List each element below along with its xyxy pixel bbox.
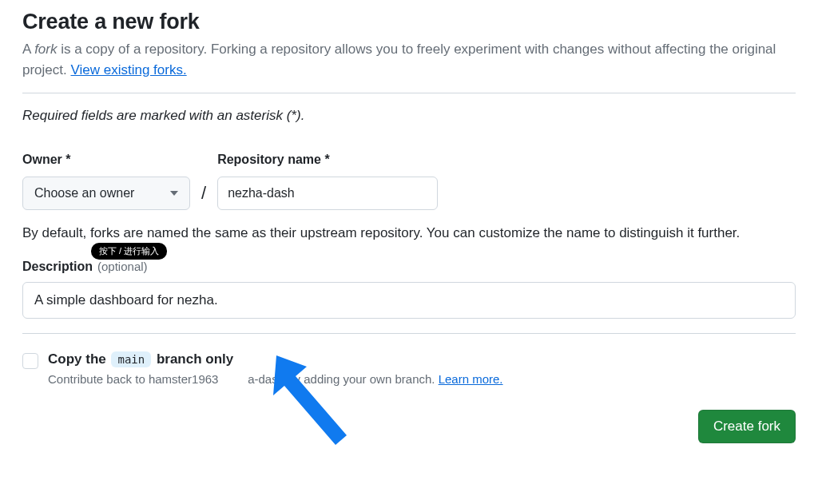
caret-down-icon xyxy=(170,191,178,196)
copy-branch-sub: Contribute back to hamster1963/nezha-das… xyxy=(48,372,503,386)
bottom-bar: Create fork xyxy=(22,410,796,443)
owner-label: Owner * xyxy=(22,153,190,167)
branch-chip: main xyxy=(111,351,151,367)
description-field: 按下 / 进行输入 Description (optional) xyxy=(22,260,796,319)
ime-tooltip: 按下 / 进行输入 xyxy=(91,243,167,260)
owner-repo-row: Owner * Choose an owner / Repository nam… xyxy=(22,153,796,210)
description-input[interactable] xyxy=(22,282,796,319)
owner-repo-slash: / xyxy=(201,183,206,204)
create-fork-button[interactable]: Create fork xyxy=(698,410,796,443)
divider-top xyxy=(22,93,796,93)
description-optional: (optional) xyxy=(97,260,148,273)
repo-name-field: Repository name * xyxy=(217,153,438,210)
description-label: Description xyxy=(22,260,93,274)
required-fields-note: Required fields are marked with an aster… xyxy=(22,108,796,124)
divider-mid xyxy=(22,333,796,334)
owner-field: Owner * Choose an owner xyxy=(22,153,190,210)
copy-branch-row: Copy the main branch only Contribute bac… xyxy=(22,351,796,386)
repo-name-input[interactable] xyxy=(217,177,438,210)
copy-main-branch-checkbox[interactable] xyxy=(22,353,38,369)
view-existing-forks-link[interactable]: View existing forks. xyxy=(70,62,186,77)
page-title: Create a new fork xyxy=(22,10,796,34)
repo-name-helper: By default, forks are named the same as … xyxy=(22,223,796,244)
page-subtitle: A fork is a copy of a repository. Forkin… xyxy=(22,39,796,80)
repo-name-label: Repository name * xyxy=(217,153,438,167)
learn-more-link[interactable]: Learn more. xyxy=(439,372,503,386)
owner-select[interactable]: Choose an owner xyxy=(22,177,190,210)
copy-branch-label: Copy the main branch only xyxy=(48,351,503,367)
